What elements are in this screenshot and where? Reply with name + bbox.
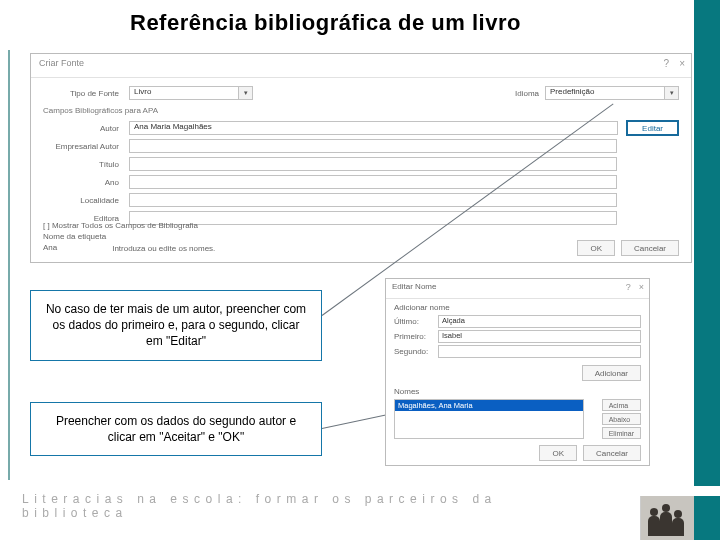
primeiro-label: Primeiro: bbox=[394, 332, 438, 341]
apa-section-label: Campos Bibliográficos para APA bbox=[31, 102, 691, 119]
footer-band: Literacias na escola: formar os parceiro… bbox=[0, 486, 720, 540]
help-icon[interactable]: ? bbox=[664, 58, 670, 69]
adicionar-button[interactable]: Adicionar bbox=[582, 365, 641, 381]
footer-text: Literacias na escola: formar os parceiro… bbox=[22, 492, 590, 520]
page-title: Referência bibliográfica de um livro bbox=[130, 10, 521, 36]
cancelar-button[interactable]: Cancelar bbox=[583, 445, 641, 461]
acima-button[interactable]: Acima bbox=[602, 399, 641, 411]
dialog-criar-fonte: Criar Fonte ? × Tipo de Fonte Livro ▾ Id… bbox=[30, 53, 692, 263]
abaixo-button[interactable]: Abaixo bbox=[602, 413, 641, 425]
localidade-input[interactable] bbox=[129, 193, 617, 207]
idioma-value: Predefinição bbox=[545, 86, 665, 100]
localidade-label: Localidade bbox=[43, 196, 129, 205]
autor-input[interactable]: Ana Maria Magalhães bbox=[129, 121, 618, 135]
nome-etiqueta-input[interactable]: Ana bbox=[43, 243, 97, 252]
close-icon[interactable]: × bbox=[639, 282, 644, 292]
list-item[interactable]: Magalhães, Ana Maria bbox=[395, 400, 583, 411]
nomes-listbox[interactable]: Magalhães, Ana Maria bbox=[394, 399, 584, 439]
ok-button[interactable]: OK bbox=[577, 240, 615, 256]
right-stripe bbox=[694, 0, 720, 540]
tipo-fonte-label: Tipo de Fonte bbox=[43, 89, 129, 98]
dialog2-title: Editar Nome bbox=[392, 282, 436, 291]
ultimo-label: Último: bbox=[394, 317, 438, 326]
chevron-down-icon: ▾ bbox=[665, 86, 679, 100]
empresarial-label: Empresarial Autor bbox=[43, 142, 129, 151]
segundo-input[interactable] bbox=[438, 345, 641, 358]
ultimo-input[interactable]: Alçada bbox=[438, 315, 641, 328]
footer-teal bbox=[694, 496, 720, 540]
left-rail bbox=[8, 50, 12, 480]
ano-label: Ano bbox=[43, 178, 129, 187]
nome-etiqueta-hint: Introduza ou edite os nomes. bbox=[112, 244, 215, 253]
tipo-fonte-value: Livro bbox=[129, 86, 239, 100]
dialog1-title: Criar Fonte bbox=[39, 58, 84, 68]
mostrar-todos-checkbox[interactable]: [ ] Mostrar Todos os Campos de Bibliogra… bbox=[43, 221, 215, 230]
segundo-label: Segundo: bbox=[394, 347, 438, 356]
help-icon[interactable]: ? bbox=[626, 282, 631, 292]
ok-button[interactable]: OK bbox=[539, 445, 577, 461]
adicionar-nome-label: Adicionar nome bbox=[386, 299, 649, 314]
titulo-input[interactable] bbox=[129, 157, 617, 171]
primeiro-input[interactable]: Isabel bbox=[438, 330, 641, 343]
callout-2: Preencher com os dados do segundo autor … bbox=[30, 402, 322, 456]
titulo-label: Título bbox=[43, 160, 129, 169]
idioma-select[interactable]: Predefinição ▾ bbox=[545, 86, 679, 100]
autor-label: Autor bbox=[43, 124, 129, 133]
chevron-down-icon: ▾ bbox=[239, 86, 253, 100]
cancelar-button[interactable]: Cancelar bbox=[621, 240, 679, 256]
close-icon[interactable]: × bbox=[679, 58, 685, 69]
idioma-label: Idioma bbox=[499, 89, 545, 98]
editar-button[interactable]: Editar bbox=[626, 120, 679, 136]
eliminar-button[interactable]: Eliminar bbox=[602, 427, 641, 439]
callout-1: No caso de ter mais de um autor, preench… bbox=[30, 290, 322, 361]
nomes-label: Nomes bbox=[394, 387, 419, 396]
empresarial-input[interactable] bbox=[129, 139, 617, 153]
tipo-fonte-select[interactable]: Livro ▾ bbox=[129, 86, 253, 100]
dialog-editar-nome: Editar Nome ? × Adicionar nome Último: A… bbox=[385, 278, 650, 466]
nome-etiqueta-label: Nome da etiqueta bbox=[43, 232, 106, 241]
leader-line bbox=[322, 413, 391, 429]
ano-input[interactable] bbox=[129, 175, 617, 189]
people-silhouette-icon bbox=[646, 502, 690, 536]
